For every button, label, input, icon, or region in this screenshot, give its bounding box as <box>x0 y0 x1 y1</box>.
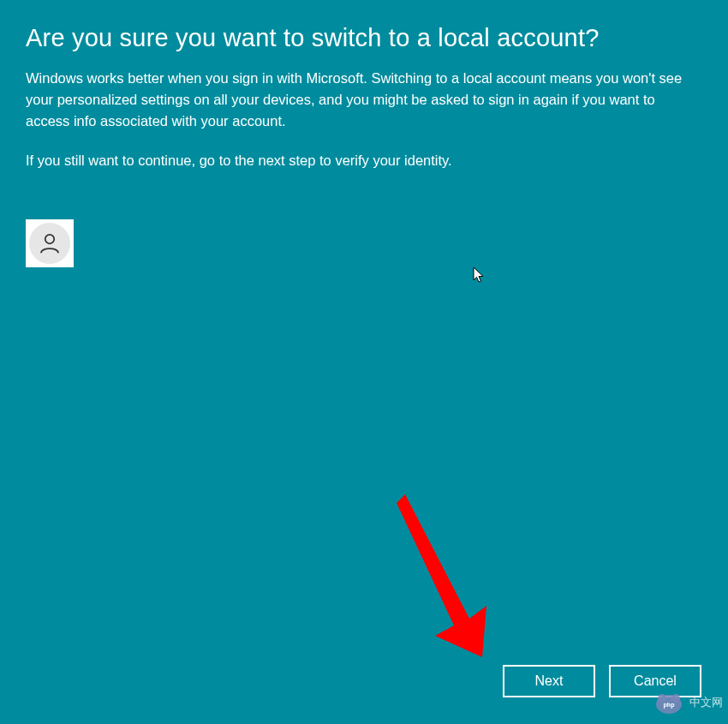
avatar-circle <box>29 223 70 264</box>
watermark-text: 中文网 <box>689 695 723 710</box>
php-elephant-icon: php <box>652 690 686 715</box>
dialog-container: Are you sure you want to switch to a loc… <box>0 0 728 724</box>
dialog-body-text: Windows works better when you sign in wi… <box>26 68 698 131</box>
dialog-heading: Are you sure you want to switch to a loc… <box>26 24 702 52</box>
watermark: php 中文网 <box>652 690 723 715</box>
dialog-continue-text: If you still want to continue, go to the… <box>26 150 702 171</box>
svg-text:php: php <box>664 702 675 709</box>
user-avatar <box>26 219 74 267</box>
person-icon <box>37 230 63 256</box>
svg-point-0 <box>45 235 55 244</box>
next-button[interactable]: Next <box>503 665 595 697</box>
